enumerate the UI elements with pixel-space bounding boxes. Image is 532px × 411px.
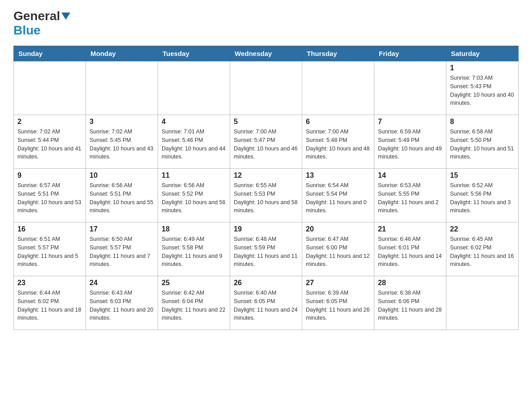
calendar-week-1: 1Sunrise: 7:03 AMSunset: 5:43 PMDaylight… <box>14 61 519 115</box>
day-number: 2 <box>17 118 82 126</box>
calendar-table: SundayMondayTuesdayWednesdayThursdayFrid… <box>13 46 519 330</box>
day-number: 8 <box>450 118 515 126</box>
day-number: 1 <box>450 64 515 72</box>
calendar-cell: 12Sunrise: 6:55 AMSunset: 5:53 PMDayligh… <box>230 169 302 223</box>
day-info: Sunrise: 7:01 AMSunset: 5:46 PMDaylight:… <box>162 128 226 161</box>
calendar-cell <box>230 61 302 115</box>
calendar-cell: 21Sunrise: 6:46 AMSunset: 6:01 PMDayligh… <box>374 223 446 276</box>
calendar-cell <box>302 61 374 115</box>
day-info: Sunrise: 6:58 AMSunset: 5:50 PMDaylight:… <box>450 128 515 161</box>
day-number: 19 <box>234 225 298 233</box>
day-info: Sunrise: 6:44 AMSunset: 6:02 PMDaylight:… <box>17 289 82 322</box>
weekday-header-friday: Friday <box>374 46 446 61</box>
calendar-cell: 10Sunrise: 6:56 AMSunset: 5:51 PMDayligh… <box>86 169 158 223</box>
weekday-header-row: SundayMondayTuesdayWednesdayThursdayFrid… <box>14 46 519 61</box>
calendar-cell: 8Sunrise: 6:58 AMSunset: 5:50 PMDaylight… <box>446 115 519 169</box>
day-info: Sunrise: 6:45 AMSunset: 6:02 PMDaylight:… <box>450 235 515 269</box>
day-info: Sunrise: 6:51 AMSunset: 5:57 PMDaylight:… <box>17 235 82 269</box>
day-info: Sunrise: 6:57 AMSunset: 5:51 PMDaylight:… <box>17 181 82 215</box>
logo-blue-text: Blue <box>13 23 41 38</box>
calendar-cell: 13Sunrise: 6:54 AMSunset: 5:54 PMDayligh… <box>302 169 374 223</box>
day-number: 10 <box>90 171 154 180</box>
day-number: 18 <box>162 225 226 233</box>
logo: General Blue <box>13 9 72 38</box>
calendar-week-4: 16Sunrise: 6:51 AMSunset: 5:57 PMDayligh… <box>14 223 519 276</box>
day-info: Sunrise: 6:49 AMSunset: 5:58 PMDaylight:… <box>162 235 226 269</box>
day-number: 11 <box>162 171 226 180</box>
calendar-cell: 16Sunrise: 6:51 AMSunset: 5:57 PMDayligh… <box>14 223 86 276</box>
day-info: Sunrise: 6:55 AMSunset: 5:53 PMDaylight:… <box>234 181 298 215</box>
calendar-cell: 3Sunrise: 7:02 AMSunset: 5:45 PMDaylight… <box>86 115 158 169</box>
calendar-cell: 5Sunrise: 7:00 AMSunset: 5:47 PMDaylight… <box>230 115 302 169</box>
day-number: 28 <box>378 279 442 287</box>
day-number: 17 <box>90 225 154 233</box>
weekday-header-thursday: Thursday <box>302 46 374 61</box>
day-info: Sunrise: 7:00 AMSunset: 5:47 PMDaylight:… <box>234 128 298 161</box>
day-info: Sunrise: 6:48 AMSunset: 5:59 PMDaylight:… <box>234 235 298 269</box>
day-number: 26 <box>234 279 298 287</box>
logo-general-text: General <box>13 9 60 23</box>
calendar-cell <box>158 61 230 115</box>
day-info: Sunrise: 7:02 AMSunset: 5:45 PMDaylight:… <box>90 128 154 161</box>
calendar-cell: 15Sunrise: 6:52 AMSunset: 5:56 PMDayligh… <box>446 169 519 223</box>
day-info: Sunrise: 6:46 AMSunset: 6:01 PMDaylight:… <box>378 235 442 269</box>
weekday-header-saturday: Saturday <box>446 46 519 61</box>
calendar-cell: 23Sunrise: 6:44 AMSunset: 6:02 PMDayligh… <box>14 276 86 330</box>
day-info: Sunrise: 6:56 AMSunset: 5:52 PMDaylight:… <box>162 181 226 215</box>
calendar-cell: 4Sunrise: 7:01 AMSunset: 5:46 PMDaylight… <box>158 115 230 169</box>
day-number: 21 <box>378 225 442 233</box>
calendar-cell: 22Sunrise: 6:45 AMSunset: 6:02 PMDayligh… <box>446 223 519 276</box>
day-info: Sunrise: 6:39 AMSunset: 6:05 PMDaylight:… <box>306 289 370 322</box>
day-info: Sunrise: 6:56 AMSunset: 5:51 PMDaylight:… <box>90 181 154 215</box>
calendar-week-2: 2Sunrise: 7:02 AMSunset: 5:44 PMDaylight… <box>14 115 519 169</box>
day-number: 16 <box>17 225 82 233</box>
weekday-header-sunday: Sunday <box>14 46 86 61</box>
day-number: 23 <box>17 279 82 287</box>
calendar-cell <box>446 276 519 330</box>
calendar-cell: 14Sunrise: 6:53 AMSunset: 5:55 PMDayligh… <box>374 169 446 223</box>
day-info: Sunrise: 6:38 AMSunset: 6:06 PMDaylight:… <box>378 289 442 322</box>
calendar-cell: 6Sunrise: 7:00 AMSunset: 5:48 PMDaylight… <box>302 115 374 169</box>
calendar-cell: 19Sunrise: 6:48 AMSunset: 5:59 PMDayligh… <box>230 223 302 276</box>
calendar-cell <box>374 61 446 115</box>
day-number: 22 <box>450 225 515 233</box>
day-number: 6 <box>306 118 370 126</box>
day-number: 15 <box>450 171 515 180</box>
weekday-header-monday: Monday <box>86 46 158 61</box>
day-number: 27 <box>306 279 370 287</box>
day-info: Sunrise: 6:52 AMSunset: 5:56 PMDaylight:… <box>450 181 515 215</box>
calendar-cell: 18Sunrise: 6:49 AMSunset: 5:58 PMDayligh… <box>158 223 230 276</box>
day-info: Sunrise: 6:42 AMSunset: 6:04 PMDaylight:… <box>162 289 226 322</box>
calendar-cell: 27Sunrise: 6:39 AMSunset: 6:05 PMDayligh… <box>302 276 374 330</box>
day-number: 9 <box>17 171 82 180</box>
calendar-cell <box>14 61 86 115</box>
calendar-cell: 28Sunrise: 6:38 AMSunset: 6:06 PMDayligh… <box>374 276 446 330</box>
day-info: Sunrise: 6:43 AMSunset: 6:03 PMDaylight:… <box>90 289 154 322</box>
weekday-header-tuesday: Tuesday <box>158 46 230 61</box>
day-info: Sunrise: 6:59 AMSunset: 5:49 PMDaylight:… <box>378 128 442 161</box>
day-number: 4 <box>162 118 226 126</box>
calendar-cell: 1Sunrise: 7:03 AMSunset: 5:43 PMDaylight… <box>446 61 519 115</box>
calendar-cell: 20Sunrise: 6:47 AMSunset: 6:00 PMDayligh… <box>302 223 374 276</box>
calendar-cell: 11Sunrise: 6:56 AMSunset: 5:52 PMDayligh… <box>158 169 230 223</box>
logo-triangle-icon <box>61 13 70 20</box>
calendar-week-5: 23Sunrise: 6:44 AMSunset: 6:02 PMDayligh… <box>14 276 519 330</box>
calendar-cell: 25Sunrise: 6:42 AMSunset: 6:04 PMDayligh… <box>158 276 230 330</box>
day-info: Sunrise: 6:50 AMSunset: 5:57 PMDaylight:… <box>90 235 154 269</box>
calendar-cell: 17Sunrise: 6:50 AMSunset: 5:57 PMDayligh… <box>86 223 158 276</box>
page-header: General Blue <box>13 9 519 38</box>
day-info: Sunrise: 7:03 AMSunset: 5:43 PMDaylight:… <box>450 74 515 107</box>
day-number: 25 <box>162 279 226 287</box>
day-number: 13 <box>306 171 370 180</box>
calendar-cell: 9Sunrise: 6:57 AMSunset: 5:51 PMDaylight… <box>14 169 86 223</box>
weekday-header-wednesday: Wednesday <box>230 46 302 61</box>
day-info: Sunrise: 6:47 AMSunset: 6:00 PMDaylight:… <box>306 235 370 269</box>
day-number: 5 <box>234 118 298 126</box>
day-number: 14 <box>378 171 442 180</box>
calendar-week-3: 9Sunrise: 6:57 AMSunset: 5:51 PMDaylight… <box>14 169 519 223</box>
day-number: 3 <box>90 118 154 126</box>
day-number: 12 <box>234 171 298 180</box>
calendar-cell: 24Sunrise: 6:43 AMSunset: 6:03 PMDayligh… <box>86 276 158 330</box>
calendar-cell <box>86 61 158 115</box>
day-info: Sunrise: 6:40 AMSunset: 6:05 PMDaylight:… <box>234 289 298 322</box>
